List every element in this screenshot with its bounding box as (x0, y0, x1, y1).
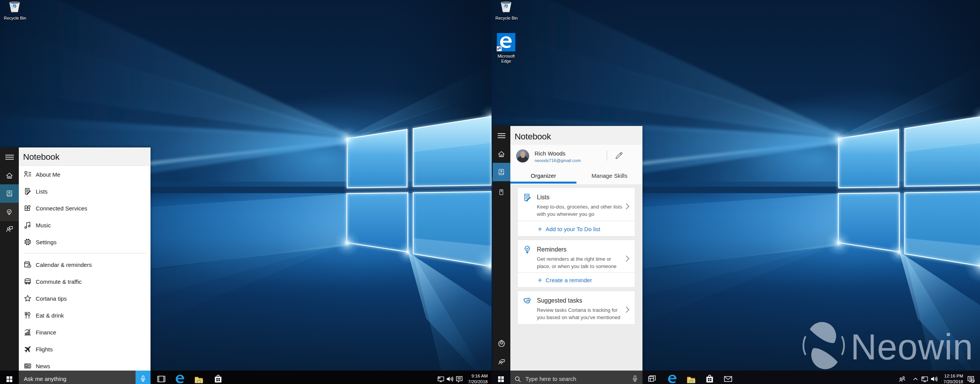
svg-text:2: 2 (972, 379, 974, 383)
